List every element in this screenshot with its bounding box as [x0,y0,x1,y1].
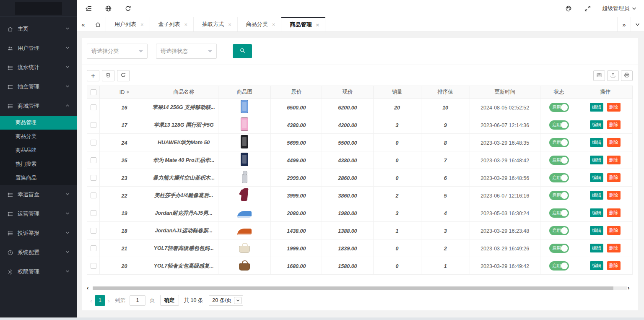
edit-button[interactable]: 编辑 [590,103,603,112]
edit-button[interactable]: 编辑 [590,191,603,200]
sidebar-item[interactable]: 商城管理 [0,96,77,116]
sidebar-subitem[interactable]: 商品分类 [0,130,77,143]
scroll-left-icon[interactable]: ‹ [87,286,92,291]
edit-button[interactable]: 编辑 [590,226,603,235]
sidebar-item[interactable]: 投诉举报 [0,224,77,243]
sidebar-subitem[interactable]: 热门搜索 [0,157,77,171]
prev-page-icon[interactable]: ‹ [90,297,92,304]
status-toggle[interactable]: 启用 [549,138,569,147]
home-tab[interactable] [90,17,106,31]
sidebar-item[interactable]: 系统配置 [0,243,77,262]
sidebar-item[interactable]: 幸运盲盒 [0,185,77,204]
edit-button[interactable]: 编辑 [590,208,603,217]
tabs-scroll-left-icon[interactable]: « [77,17,90,31]
status-toggle[interactable]: 启用 [549,191,569,200]
tab-close-icon[interactable]: × [272,21,275,28]
tab-item[interactable]: 盒子列表 × [150,17,194,31]
goto-page-input[interactable] [130,295,145,306]
product-id: 17 [122,122,127,128]
delete-button[interactable]: 删除 [607,103,621,112]
add-button[interactable]: + [87,70,99,81]
status-toggle[interactable]: 启用 [549,156,569,165]
status-toggle[interactable]: 启用 [549,173,569,182]
delete-button[interactable]: 删除 [607,261,621,270]
row-checkbox[interactable] [91,104,96,110]
category-select[interactable]: 请选择分类 [87,44,148,59]
row-checkbox[interactable] [91,140,96,146]
sidebar-item[interactable]: 运营管理 [0,204,77,224]
delete-button[interactable]: 删除 [607,244,621,252]
tabs-menu-icon[interactable] [631,17,644,31]
row-checkbox[interactable] [91,210,96,216]
row-checkbox[interactable] [91,263,96,269]
select-all-checkbox[interactable] [91,89,96,95]
sidebar-item[interactable]: 抽盒管理 [0,77,77,96]
tab-item[interactable]: 用户列表 × [106,17,150,31]
tabs-scroll-right-icon[interactable]: » [617,17,631,31]
refresh-icon[interactable] [125,5,132,12]
edit-button[interactable]: 编辑 [590,261,603,270]
row-checkbox[interactable] [91,157,96,163]
fullscreen-icon[interactable] [584,5,591,12]
columns-filter-button[interactable] [593,70,605,81]
scrollbar-thumb[interactable] [93,286,613,290]
product-updated: 2023-06-07 12:16:16 [480,193,529,199]
delete-button[interactable]: 删除 [607,138,621,147]
export-button[interactable] [607,70,619,81]
sidebar-item[interactable]: 权限管理 [0,262,77,281]
scrollbar-track[interactable] [93,286,627,290]
edit-button[interactable]: 编辑 [590,173,603,182]
tab-close-icon[interactable]: × [228,21,231,28]
row-checkbox[interactable] [91,193,96,198]
tab-item[interactable]: 商品管理 × [281,17,325,31]
confirm-page-button[interactable]: 确定 [160,295,179,306]
delete-button[interactable]: 删除 [607,173,621,182]
chevron-up-icon [65,103,70,108]
sidebar-subitem[interactable]: 商品管理 [0,116,77,130]
status-toggle[interactable]: 启用 [549,208,569,218]
status-toggle[interactable]: 启用 [549,244,569,253]
search-button[interactable] [233,44,252,58]
edit-button[interactable]: 编辑 [590,156,603,164]
tab-close-icon[interactable]: × [184,21,188,28]
page-number-button[interactable]: 1 [95,295,105,306]
tab-item[interactable]: 商品分类 × [238,17,282,31]
tab-close-icon[interactable]: × [140,21,144,28]
palette-icon[interactable] [565,5,572,12]
per-page-select[interactable]: 20 条/页 [209,295,243,306]
sidebar-subitem[interactable]: 商品品牌 [0,143,77,157]
edit-button[interactable]: 编辑 [590,138,603,147]
print-button[interactable] [621,70,633,81]
sidebar-item[interactable]: 主页 [0,19,77,39]
status-toggle[interactable]: 启用 [549,120,569,130]
refresh-table-button[interactable] [117,70,130,81]
row-checkbox[interactable] [91,245,96,251]
scroll-right-icon[interactable]: › [628,286,633,291]
status-toggle-label: 启用 [552,193,561,198]
delete-button[interactable]: 删除 [607,226,621,235]
delete-button[interactable]: 删除 [607,156,621,164]
status-toggle[interactable]: 启用 [549,261,569,271]
edit-button[interactable]: 编辑 [590,244,603,252]
delete-button[interactable]: 删除 [607,208,621,217]
user-menu[interactable]: 超级管理员 [602,5,636,12]
batch-delete-button[interactable] [102,70,114,81]
sidebar-item[interactable]: 流水统计 [0,58,77,77]
next-page-icon[interactable]: › [108,297,110,304]
sort-icon[interactable] [127,89,129,95]
row-checkbox[interactable] [91,175,96,181]
row-checkbox[interactable] [91,122,96,128]
globe-icon[interactable] [105,5,112,12]
delete-button[interactable]: 删除 [607,120,621,129]
tab-item[interactable]: 抽取方式 × [194,17,238,31]
status-toggle[interactable]: 启用 [549,226,569,235]
status-toggle[interactable]: 启用 [549,103,569,112]
tab-close-icon[interactable]: × [316,22,319,28]
sidebar-subitem[interactable]: 置换商品 [0,171,77,185]
row-checkbox[interactable] [91,228,96,234]
status-select[interactable]: 请选择状态 [156,44,217,59]
sidebar-item[interactable]: 用户管理 [0,39,77,58]
collapse-menu-icon[interactable] [85,5,92,12]
delete-button[interactable]: 删除 [607,191,621,200]
edit-button[interactable]: 编辑 [590,120,603,129]
